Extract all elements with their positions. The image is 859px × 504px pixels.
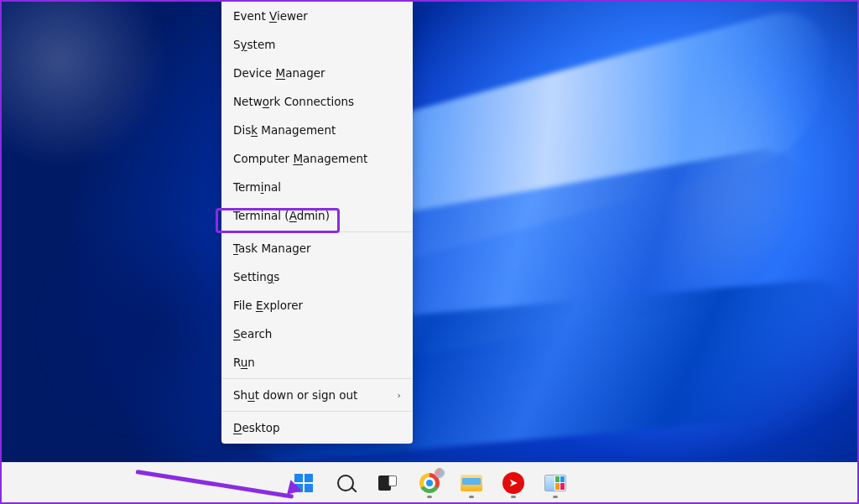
taskbar-search-button[interactable] bbox=[329, 466, 362, 500]
menu-item-file-explorer[interactable]: File Explorer bbox=[221, 291, 413, 320]
winx-power-user-menu[interactable]: Event ViewerSystemDevice ManagerNetwork … bbox=[221, 2, 413, 444]
menu-item-task-manager[interactable]: Task Manager bbox=[221, 234, 413, 262]
task-view-button[interactable] bbox=[371, 466, 404, 500]
menu-separator bbox=[222, 231, 412, 232]
menu-separator bbox=[222, 378, 412, 379]
task-view-icon bbox=[378, 475, 397, 491]
menu-item-label: Event Viewer bbox=[233, 9, 308, 23]
running-indicator bbox=[553, 496, 558, 498]
menu-item-device-manager[interactable]: Device Manager bbox=[221, 59, 413, 87]
running-indicator bbox=[511, 496, 516, 498]
menu-separator bbox=[222, 411, 412, 412]
menu-item-label: Disk Management bbox=[233, 123, 336, 137]
profile-badge-icon bbox=[435, 468, 445, 478]
menu-item-label: Computer Management bbox=[233, 152, 367, 165]
menu-item-run[interactable]: Run bbox=[221, 348, 413, 377]
taskbar-red-app[interactable]: ➤ bbox=[497, 466, 530, 500]
menu-item-event-viewer[interactable]: Event Viewer bbox=[221, 2, 413, 30]
menu-item-label: Shut down or sign out bbox=[233, 388, 357, 402]
menu-item-label: Desktop bbox=[233, 421, 280, 434]
menu-item-terminal-admin[interactable]: Terminal (Admin) bbox=[221, 201, 413, 230]
wallpaper-glow bbox=[2, 2, 186, 186]
menu-item-computer-management[interactable]: Computer Management bbox=[221, 144, 413, 173]
menu-item-search[interactable]: Search bbox=[221, 320, 413, 348]
menu-item-label: Run bbox=[233, 356, 255, 369]
search-icon bbox=[337, 475, 354, 491]
menu-item-label: Search bbox=[233, 327, 272, 340]
menu-item-label: Terminal bbox=[233, 180, 281, 194]
menu-item-network-connections[interactable]: Network Connections bbox=[221, 87, 413, 116]
taskbar-chrome[interactable] bbox=[413, 466, 446, 500]
menu-item-shutdown-signout[interactable]: Shut down or sign out› bbox=[221, 381, 413, 409]
taskbar: ➤ bbox=[2, 462, 857, 502]
menu-item-label: File Explorer bbox=[233, 299, 303, 312]
menu-item-terminal[interactable]: Terminal bbox=[221, 173, 413, 201]
control-panel-icon bbox=[544, 475, 566, 491]
chevron-right-icon: › bbox=[398, 390, 401, 401]
desktop-wallpaper bbox=[2, 2, 857, 502]
taskbar-file-explorer[interactable] bbox=[455, 466, 488, 500]
taskbar-control-panel[interactable] bbox=[539, 466, 572, 500]
running-indicator bbox=[469, 496, 474, 498]
menu-item-disk-management[interactable]: Disk Management bbox=[221, 116, 413, 144]
menu-item-label: Task Manager bbox=[233, 242, 311, 255]
app-icon: ➤ bbox=[502, 472, 524, 494]
annotation-arrow-to-start bbox=[136, 470, 295, 474]
menu-item-label: Device Manager bbox=[233, 66, 325, 80]
menu-item-settings[interactable]: Settings bbox=[221, 262, 413, 291]
wallpaper-shadow bbox=[35, 220, 253, 438]
menu-item-desktop[interactable]: Desktop bbox=[221, 413, 413, 442]
menu-item-label: Settings bbox=[233, 270, 279, 283]
folder-icon bbox=[461, 475, 482, 491]
menu-item-label: System bbox=[233, 38, 275, 51]
menu-item-label: Terminal (Admin) bbox=[233, 209, 330, 222]
menu-item-label: Network Connections bbox=[233, 95, 354, 108]
menu-item-system[interactable]: System bbox=[221, 30, 413, 59]
running-indicator bbox=[427, 496, 432, 498]
